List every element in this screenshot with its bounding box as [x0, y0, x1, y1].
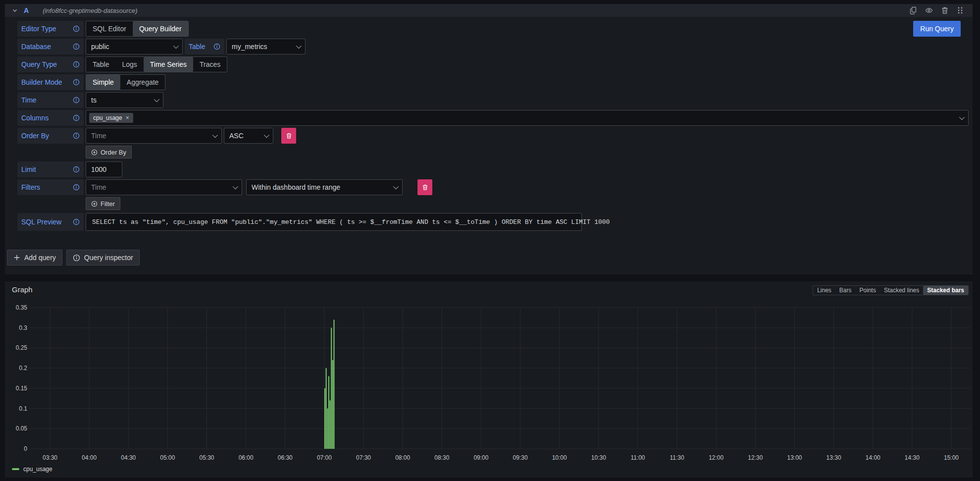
- y-tick-label: 0.35: [16, 304, 28, 311]
- add-filter-button[interactable]: Filter: [86, 197, 120, 210]
- info-icon[interactable]: [73, 97, 80, 104]
- info-icon[interactable]: [73, 132, 80, 139]
- y-tick-label: 0.15: [16, 385, 28, 392]
- run-query-button[interactable]: Run Query: [913, 21, 961, 37]
- option-bars[interactable]: Bars: [835, 286, 856, 295]
- x-tick-label: 10:30: [591, 454, 606, 461]
- x-tick-label: 05:30: [200, 454, 214, 461]
- add-query-button[interactable]: Add query: [7, 250, 62, 266]
- legend-item-cpu-usage[interactable]: cpu_usage: [12, 466, 52, 473]
- database-select[interactable]: public: [86, 39, 183, 54]
- graph-panel-title: Graph: [12, 285, 33, 294]
- time-column-select[interactable]: ts: [86, 92, 163, 108]
- time-label: Time: [17, 92, 84, 108]
- option-simple[interactable]: Simple: [86, 75, 120, 90]
- columns-label: Columns: [17, 110, 84, 126]
- limit-input[interactable]: [86, 161, 122, 177]
- info-icon[interactable]: [73, 25, 80, 32]
- editor-footer: Add query Query inspector: [7, 250, 973, 266]
- info-icon[interactable]: [73, 114, 80, 121]
- sql-preview-row: SQL Preview SELECT ts as "time", cpu_usa…: [17, 213, 969, 231]
- editor-type-row: Editor Type SQL EditorQuery Builder: [17, 21, 969, 37]
- option-sql-editor[interactable]: SQL Editor: [86, 21, 133, 36]
- sql-preview-text: SELECT ts as "time", cpu_usage FROM "pub…: [86, 213, 582, 231]
- x-tick-label: 09:30: [513, 454, 528, 461]
- datasource-name: (info8fcc-greptimedb-datasource): [43, 7, 137, 14]
- filter-condition-select[interactable]: Within dashboard time range: [246, 179, 403, 195]
- x-tick-label: 04:00: [82, 454, 97, 461]
- editor-type-switcher: SQL EditorQuery Builder: [86, 21, 189, 37]
- remove-filter-button[interactable]: [417, 179, 432, 195]
- query-inspector-button[interactable]: Query inspector: [66, 250, 140, 266]
- bar-07:06: [332, 360, 333, 449]
- query-ref-id[interactable]: A: [24, 6, 29, 14]
- info-icon[interactable]: [73, 79, 80, 86]
- limit-label: Limit: [17, 161, 84, 177]
- x-tick-label: 05:00: [160, 454, 175, 461]
- x-tick-label: 08:00: [395, 454, 410, 461]
- x-tick-label: 03:30: [43, 454, 57, 461]
- x-tick-label: 13:00: [787, 454, 802, 461]
- query-editor-panel: A (info8fcc-greptimedb-datasource) Run Q…: [5, 4, 973, 274]
- table-label: Table: [185, 39, 224, 54]
- database-label: Database: [17, 39, 84, 54]
- remove-order-by-button[interactable]: [281, 128, 296, 144]
- drag-handle-icon[interactable]: [957, 6, 965, 14]
- x-tick-label: 14:00: [866, 454, 880, 461]
- add-filter-row: Filter: [86, 197, 969, 210]
- chevron-down-icon: [296, 43, 302, 49]
- option-lines[interactable]: Lines: [813, 286, 835, 295]
- x-tick-label: 13:30: [826, 454, 841, 461]
- toggle-visibility-eye-icon[interactable]: [925, 6, 933, 14]
- option-aggregate[interactable]: Aggregate: [120, 75, 165, 90]
- editor-type-label: Editor Type: [17, 21, 84, 37]
- x-tick-label: 07:30: [356, 454, 371, 461]
- option-stacked-bars[interactable]: Stacked bars: [923, 286, 968, 295]
- info-icon[interactable]: [73, 218, 80, 225]
- remove-tag-icon[interactable]: ×: [126, 114, 129, 121]
- info-icon[interactable]: [73, 184, 80, 191]
- bar-07:03: [328, 376, 329, 449]
- query-type-row: Query Type TableLogsTime SeriesTraces: [17, 56, 969, 72]
- collapse-chevron-icon[interactable]: [12, 7, 18, 13]
- delete-query-trash-icon[interactable]: [941, 6, 949, 14]
- option-time-series[interactable]: Time Series: [144, 57, 193, 72]
- option-points[interactable]: Points: [856, 286, 880, 295]
- database-row: Database public Table my_metrics: [17, 39, 969, 54]
- option-stacked-lines[interactable]: Stacked lines: [880, 286, 923, 295]
- x-tick-label: 11:00: [630, 454, 645, 461]
- option-traces[interactable]: Traces: [193, 57, 227, 72]
- query-form: Editor Type SQL EditorQuery Builder Data…: [5, 17, 973, 266]
- chevron-down-icon: [154, 97, 159, 102]
- option-query-builder[interactable]: Query Builder: [133, 21, 188, 36]
- plus-circle-icon: [91, 201, 98, 207]
- legend-swatch: [12, 468, 19, 470]
- info-icon[interactable]: [73, 61, 80, 68]
- column-tag-cpu_usage[interactable]: cpu_usage×: [89, 113, 133, 123]
- x-tick-label: 12:00: [709, 454, 723, 461]
- duplicate-query-icon[interactable]: [909, 6, 917, 14]
- plus-circle-icon: [91, 149, 98, 156]
- option-logs[interactable]: Logs: [115, 57, 143, 72]
- query-type-label: Query Type: [17, 56, 84, 72]
- info-icon[interactable]: [213, 43, 220, 50]
- bar-07:05: [331, 328, 332, 449]
- query-header: A (info8fcc-greptimedb-datasource): [5, 4, 973, 17]
- y-tick-label: 0: [24, 445, 27, 452]
- add-order-by-button[interactable]: Order By: [86, 146, 132, 159]
- builder-mode-row: Builder Mode SimpleAggregate: [17, 74, 969, 90]
- info-icon[interactable]: [73, 43, 80, 50]
- x-tick-label: 14:30: [905, 454, 920, 461]
- bar-07:02: [327, 409, 328, 449]
- filter-field-select[interactable]: Time: [86, 179, 242, 195]
- info-icon[interactable]: [73, 166, 80, 173]
- x-tick-label: 15:00: [944, 454, 959, 461]
- time-row: Time ts: [17, 92, 969, 108]
- bar-07:00: [324, 388, 325, 449]
- x-tick-label: 07:00: [317, 454, 332, 461]
- table-select[interactable]: my_metrics: [226, 39, 306, 54]
- option-table[interactable]: Table: [86, 57, 115, 72]
- order-by-direction-select[interactable]: ASC: [224, 128, 273, 144]
- columns-multiselect[interactable]: cpu_usage×: [86, 110, 969, 126]
- order-by-field-select[interactable]: Time: [86, 128, 222, 144]
